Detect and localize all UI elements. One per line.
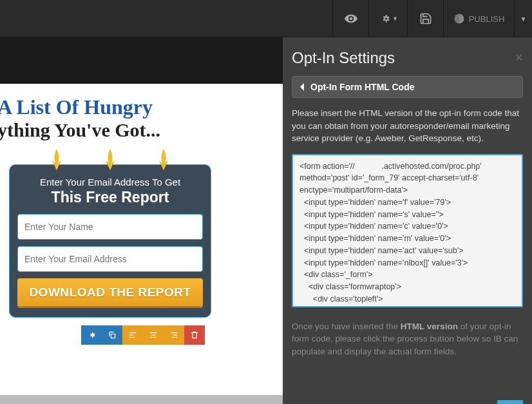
- canvas-header-bar: [0, 37, 283, 84]
- publish-label: PUBLISH: [469, 14, 505, 24]
- headline-line-1[interactable]: A List Of Hungry: [0, 95, 283, 119]
- save-icon: [419, 12, 432, 25]
- publish-button[interactable]: PUBLISH: [443, 0, 514, 37]
- settings-panel: Opt-In Settings ✕ Opt-In Form HTML Code …: [283, 37, 532, 404]
- name-input[interactable]: [17, 214, 203, 240]
- globe-icon: [453, 13, 465, 24]
- back-button-label: Opt-In Form HTML Code: [310, 82, 415, 92]
- align-right-button[interactable]: [164, 325, 184, 345]
- preview-button[interactable]: [332, 0, 368, 37]
- headline-line-2[interactable]: ything You've Got...: [0, 119, 283, 141]
- trash-icon: [190, 331, 199, 340]
- gear-icon: [87, 331, 96, 340]
- element-toolbar: [81, 325, 283, 345]
- optin-form-box[interactable]: Enter Your Email Address To Get This Fre…: [9, 164, 211, 318]
- back-button[interactable]: Opt-In Form HTML Code: [292, 76, 523, 98]
- element-delete-button[interactable]: [184, 325, 205, 345]
- email-input[interactable]: [17, 246, 203, 272]
- panel-title: Opt-In Settings: [292, 49, 523, 67]
- panel-post-instructions: Once you have inserted the HTML version …: [292, 320, 523, 358]
- process-button-edge[interactable]: [497, 400, 523, 404]
- close-panel-button[interactable]: ✕: [515, 52, 523, 64]
- align-left-button[interactable]: [122, 325, 143, 345]
- arrow-down-icon: [102, 148, 118, 171]
- gear-icon: [378, 12, 391, 25]
- settings-button[interactable]: ▼: [368, 0, 407, 37]
- canvas-area[interactable]: A List Of Hungry ything You've Got... En…: [0, 37, 283, 404]
- caret-down-icon: ▼: [392, 15, 398, 22]
- chevron-left-icon: [299, 82, 305, 91]
- svg-rect-2: [111, 334, 115, 338]
- html-code-input[interactable]: [292, 154, 523, 307]
- align-center-button[interactable]: [143, 325, 164, 345]
- close-icon: ✕: [515, 52, 523, 63]
- publish-dropdown-button[interactable]: ▼: [514, 0, 532, 37]
- arrow-down-icon: [156, 148, 171, 171]
- form-heading[interactable]: This Free Report: [17, 189, 203, 206]
- arrow-down-icon: [49, 148, 64, 171]
- form-subheading[interactable]: Enter Your Email Address To Get: [17, 177, 203, 188]
- align-center-icon: [149, 331, 158, 340]
- save-button[interactable]: [407, 0, 443, 37]
- copy-icon: [108, 331, 117, 340]
- align-right-icon: [169, 331, 178, 340]
- canvas-footer-strip: [0, 395, 283, 404]
- panel-instructions: Please insert the HTML version of the op…: [292, 107, 523, 145]
- download-button[interactable]: DOWNLOAD THE REPORT: [17, 278, 203, 308]
- caret-down-icon: ▼: [520, 15, 527, 23]
- align-left-icon: [128, 331, 137, 340]
- eye-icon: [344, 12, 358, 26]
- element-settings-button[interactable]: [81, 325, 102, 345]
- element-duplicate-button[interactable]: [102, 325, 122, 345]
